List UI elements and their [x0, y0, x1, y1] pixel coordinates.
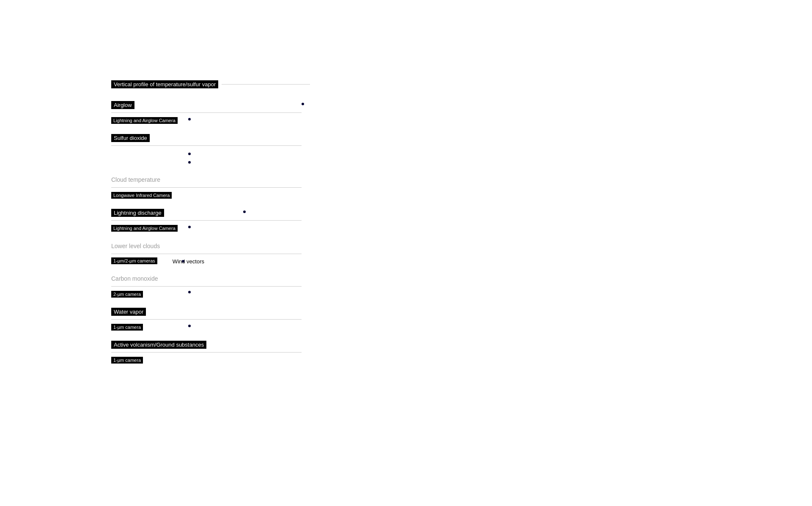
carbon-monoxide-divider — [111, 286, 302, 287]
airglow-title: Airglow — [111, 101, 134, 109]
active-volcanism-circle — [187, 344, 190, 347]
sulfur-dioxide-dot1 — [188, 153, 191, 155]
active-volcanism-subtitle: 1-µm camera — [111, 357, 143, 364]
sulfur-dioxide-dot2 — [188, 161, 191, 164]
sulfur-dioxide-divider — [111, 145, 302, 146]
active-volcanism-title: Active volcanism/Ground substances — [111, 341, 206, 349]
airglow-subtitle-dot — [188, 118, 191, 120]
lightning-discharge-subtitle-dot — [188, 226, 191, 228]
lightning-discharge-title: Lightning discharge — [111, 209, 164, 217]
lower-level-clouds-subtitle: 1-µm/2-µm cameras — [111, 257, 157, 264]
carbon-monoxide-dot — [188, 291, 191, 293]
vertical-profile-divider — [222, 84, 310, 85]
carbon-monoxide-section: Carbon monoxide 2-µm camera — [111, 274, 310, 298]
lightning-discharge-section: Lightning discharge Lightning and Airglo… — [111, 209, 310, 232]
water-vapor-dot — [188, 325, 191, 327]
sulfur-dioxide-section: Sulfur dioxide — [111, 134, 310, 166]
carbon-monoxide-subtitle: 2-µm camera — [111, 291, 143, 298]
active-volcanism-divider — [111, 352, 302, 353]
lower-level-clouds-title: Lower level clouds — [111, 242, 160, 250]
carbon-monoxide-title: Carbon monoxide — [111, 274, 158, 283]
water-vapor-divider — [111, 319, 302, 320]
airglow-dot — [302, 103, 304, 105]
cloud-temperature-section: Cloud temperature Longwave Infrared Came… — [111, 175, 310, 200]
water-vapor-subtitle: 1-µm camera — [111, 324, 143, 331]
water-vapor-section: Water vapor 1-µm camera — [111, 308, 310, 331]
lower-level-clouds-divider — [111, 254, 302, 254]
lightning-discharge-subtitle: Lightning and Airglow Camera — [111, 225, 178, 232]
water-vapor-title: Water vapor — [111, 308, 146, 316]
lower-level-clouds-dot — [182, 260, 184, 263]
lower-level-clouds-section: Lower level clouds 1-µm/2-µm cameras Win… — [111, 242, 310, 265]
lightning-discharge-dot — [243, 211, 246, 213]
sulfur-dioxide-title: Sulfur dioxide — [111, 134, 150, 142]
active-volcanism-section: Active volcanism/Ground substances 1-µm … — [111, 341, 310, 364]
vertical-profile-section: Vertical profile of temperature/sulfur v… — [111, 80, 310, 88]
cloud-temperature-title: Cloud temperature — [111, 175, 160, 184]
airglow-section: Airglow Lightning and Airglow Camera — [111, 101, 310, 125]
lightning-discharge-divider — [111, 220, 302, 221]
vertical-profile-title: Vertical profile of temperature/sulfur v… — [111, 80, 218, 88]
cloud-temperature-divider — [111, 187, 302, 188]
cloud-temperature-subtitle: Longwave Infrared Camera — [111, 192, 172, 199]
airglow-divider — [111, 112, 302, 113]
airglow-subtitle: Lightning and Airglow Camera — [111, 117, 178, 124]
wind-vectors-label: Wind vectors — [173, 258, 204, 265]
